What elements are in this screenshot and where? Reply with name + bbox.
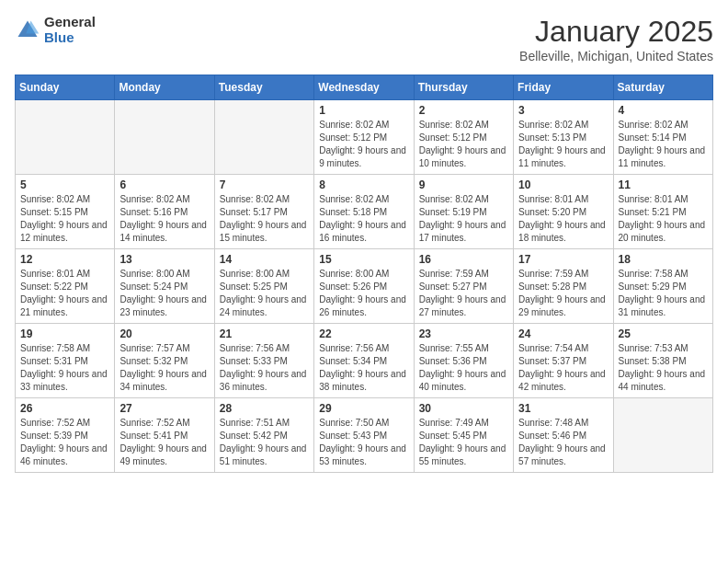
calendar-cell: 14Sunrise: 8:00 AMSunset: 5:25 PMDayligh… bbox=[214, 249, 313, 324]
logo-blue-text: Blue bbox=[44, 30, 96, 46]
logo-text: General Blue bbox=[44, 15, 96, 45]
location-title: Belleville, Michigan, United States bbox=[519, 49, 713, 63]
day-number: 2 bbox=[419, 104, 508, 117]
day-number: 18 bbox=[619, 253, 708, 266]
day-info: Sunrise: 7:55 AMSunset: 5:36 PMDaylight:… bbox=[419, 342, 508, 394]
calendar-cell: 24Sunrise: 7:54 AMSunset: 5:37 PMDayligh… bbox=[514, 324, 613, 398]
day-number: 22 bbox=[319, 327, 408, 340]
weekday-header: Friday bbox=[514, 75, 613, 100]
day-number: 11 bbox=[619, 178, 708, 191]
day-number: 7 bbox=[220, 178, 309, 191]
day-info: Sunrise: 8:02 AMSunset: 5:19 PMDaylight:… bbox=[419, 193, 508, 245]
calendar-cell: 2Sunrise: 8:02 AMSunset: 5:12 PMDaylight… bbox=[414, 100, 513, 175]
calendar-cell: 21Sunrise: 7:56 AMSunset: 5:33 PMDayligh… bbox=[214, 324, 313, 398]
calendar-cell: 5Sunrise: 8:02 AMSunset: 5:15 PMDaylight… bbox=[16, 175, 115, 249]
calendar-cell: 7Sunrise: 8:02 AMSunset: 5:17 PMDaylight… bbox=[214, 175, 313, 249]
day-info: Sunrise: 7:56 AMSunset: 5:33 PMDaylight:… bbox=[220, 342, 309, 394]
calendar-week-row: 26Sunrise: 7:52 AMSunset: 5:39 PMDayligh… bbox=[16, 398, 713, 473]
day-info: Sunrise: 8:01 AMSunset: 5:22 PMDaylight:… bbox=[20, 268, 109, 319]
day-number: 15 bbox=[319, 253, 408, 266]
weekday-header: Wednesday bbox=[314, 75, 414, 100]
day-info: Sunrise: 7:57 AMSunset: 5:32 PMDaylight:… bbox=[119, 342, 209, 394]
day-number: 21 bbox=[220, 327, 309, 340]
logo-general-text: General bbox=[44, 15, 96, 30]
day-info: Sunrise: 8:00 AMSunset: 5:24 PMDaylight:… bbox=[119, 268, 209, 319]
day-info: Sunrise: 8:02 AMSunset: 5:15 PMDaylight:… bbox=[20, 193, 109, 245]
day-number: 6 bbox=[119, 178, 209, 191]
calendar-week-row: 5Sunrise: 8:02 AMSunset: 5:15 PMDaylight… bbox=[16, 175, 713, 249]
calendar-cell: 16Sunrise: 7:59 AMSunset: 5:27 PMDayligh… bbox=[414, 249, 513, 324]
calendar-cell: 27Sunrise: 7:52 AMSunset: 5:41 PMDayligh… bbox=[115, 398, 214, 473]
day-info: Sunrise: 8:02 AMSunset: 5:18 PMDaylight:… bbox=[319, 193, 408, 245]
calendar-cell: 8Sunrise: 8:02 AMSunset: 5:18 PMDaylight… bbox=[314, 175, 414, 249]
calendar-cell: 28Sunrise: 7:51 AMSunset: 5:42 PMDayligh… bbox=[214, 398, 313, 473]
calendar-cell bbox=[115, 100, 214, 175]
weekday-header: Saturday bbox=[613, 75, 712, 100]
calendar-cell: 17Sunrise: 7:59 AMSunset: 5:28 PMDayligh… bbox=[514, 249, 613, 324]
day-number: 29 bbox=[319, 402, 408, 415]
calendar-week-row: 19Sunrise: 7:58 AMSunset: 5:31 PMDayligh… bbox=[16, 324, 713, 398]
day-info: Sunrise: 7:59 AMSunset: 5:27 PMDaylight:… bbox=[419, 268, 508, 319]
day-number: 28 bbox=[220, 402, 309, 415]
calendar-week-row: 1Sunrise: 8:02 AMSunset: 5:12 PMDaylight… bbox=[16, 100, 713, 175]
day-number: 12 bbox=[20, 253, 109, 266]
day-number: 27 bbox=[119, 402, 209, 415]
calendar-week-row: 12Sunrise: 8:01 AMSunset: 5:22 PMDayligh… bbox=[16, 249, 713, 324]
day-info: Sunrise: 7:48 AMSunset: 5:46 PMDaylight:… bbox=[518, 417, 608, 468]
day-number: 8 bbox=[319, 178, 408, 191]
day-number: 24 bbox=[518, 327, 608, 340]
weekday-header: Tuesday bbox=[214, 75, 313, 100]
calendar-cell bbox=[214, 100, 313, 175]
calendar-table: SundayMondayTuesdayWednesdayThursdayFrid… bbox=[15, 75, 713, 473]
day-number: 19 bbox=[20, 327, 109, 340]
month-title: January 2025 bbox=[519, 15, 713, 49]
day-info: Sunrise: 8:00 AMSunset: 5:26 PMDaylight:… bbox=[319, 268, 408, 319]
calendar-cell: 31Sunrise: 7:48 AMSunset: 5:46 PMDayligh… bbox=[514, 398, 613, 473]
day-info: Sunrise: 7:50 AMSunset: 5:43 PMDaylight:… bbox=[319, 417, 408, 468]
day-info: Sunrise: 7:56 AMSunset: 5:34 PMDaylight:… bbox=[319, 342, 408, 394]
day-number: 17 bbox=[518, 253, 608, 266]
calendar-cell: 20Sunrise: 7:57 AMSunset: 5:32 PMDayligh… bbox=[115, 324, 214, 398]
day-number: 9 bbox=[419, 178, 508, 191]
day-info: Sunrise: 8:02 AMSunset: 5:17 PMDaylight:… bbox=[220, 193, 309, 245]
day-number: 20 bbox=[119, 327, 209, 340]
day-number: 31 bbox=[518, 402, 608, 415]
calendar-cell: 9Sunrise: 8:02 AMSunset: 5:19 PMDaylight… bbox=[414, 175, 513, 249]
weekday-header: Sunday bbox=[16, 75, 115, 100]
day-info: Sunrise: 8:02 AMSunset: 5:12 PMDaylight:… bbox=[319, 119, 408, 170]
calendar-cell: 25Sunrise: 7:53 AMSunset: 5:38 PMDayligh… bbox=[613, 324, 712, 398]
calendar-cell: 12Sunrise: 8:01 AMSunset: 5:22 PMDayligh… bbox=[16, 249, 115, 324]
day-info: Sunrise: 7:58 AMSunset: 5:29 PMDaylight:… bbox=[619, 268, 708, 319]
calendar-cell: 29Sunrise: 7:50 AMSunset: 5:43 PMDayligh… bbox=[314, 398, 414, 473]
calendar-cell: 1Sunrise: 8:02 AMSunset: 5:12 PMDaylight… bbox=[314, 100, 414, 175]
day-info: Sunrise: 8:01 AMSunset: 5:21 PMDaylight:… bbox=[619, 193, 708, 245]
calendar-cell: 15Sunrise: 8:00 AMSunset: 5:26 PMDayligh… bbox=[314, 249, 414, 324]
day-info: Sunrise: 8:02 AMSunset: 5:14 PMDaylight:… bbox=[619, 119, 708, 170]
calendar-cell: 4Sunrise: 8:02 AMSunset: 5:14 PMDaylight… bbox=[613, 100, 712, 175]
calendar-cell: 23Sunrise: 7:55 AMSunset: 5:36 PMDayligh… bbox=[414, 324, 513, 398]
calendar-cell bbox=[16, 100, 115, 175]
day-info: Sunrise: 8:02 AMSunset: 5:12 PMDaylight:… bbox=[419, 119, 508, 170]
day-info: Sunrise: 8:00 AMSunset: 5:25 PMDaylight:… bbox=[220, 268, 309, 319]
calendar-cell: 6Sunrise: 8:02 AMSunset: 5:16 PMDaylight… bbox=[115, 175, 214, 249]
day-info: Sunrise: 7:52 AMSunset: 5:41 PMDaylight:… bbox=[119, 417, 209, 468]
day-number: 5 bbox=[20, 178, 109, 191]
logo-icon bbox=[15, 17, 40, 43]
logo: General Blue bbox=[15, 15, 96, 45]
calendar-cell: 22Sunrise: 7:56 AMSunset: 5:34 PMDayligh… bbox=[314, 324, 414, 398]
day-number: 13 bbox=[119, 253, 209, 266]
day-info: Sunrise: 7:49 AMSunset: 5:45 PMDaylight:… bbox=[419, 417, 508, 468]
calendar-header-row: SundayMondayTuesdayWednesdayThursdayFrid… bbox=[16, 75, 713, 100]
calendar-cell: 10Sunrise: 8:01 AMSunset: 5:20 PMDayligh… bbox=[514, 175, 613, 249]
weekday-header: Thursday bbox=[414, 75, 513, 100]
day-number: 1 bbox=[319, 104, 408, 117]
day-info: Sunrise: 7:58 AMSunset: 5:31 PMDaylight:… bbox=[20, 342, 109, 394]
day-info: Sunrise: 7:54 AMSunset: 5:37 PMDaylight:… bbox=[518, 342, 608, 394]
day-info: Sunrise: 8:02 AMSunset: 5:16 PMDaylight:… bbox=[119, 193, 209, 245]
page-header: General Blue January 2025 Belleville, Mi… bbox=[15, 15, 713, 63]
calendar-cell: 11Sunrise: 8:01 AMSunset: 5:21 PMDayligh… bbox=[613, 175, 712, 249]
day-number: 25 bbox=[619, 327, 708, 340]
day-number: 23 bbox=[419, 327, 508, 340]
day-number: 10 bbox=[518, 178, 608, 191]
day-number: 3 bbox=[518, 104, 608, 117]
